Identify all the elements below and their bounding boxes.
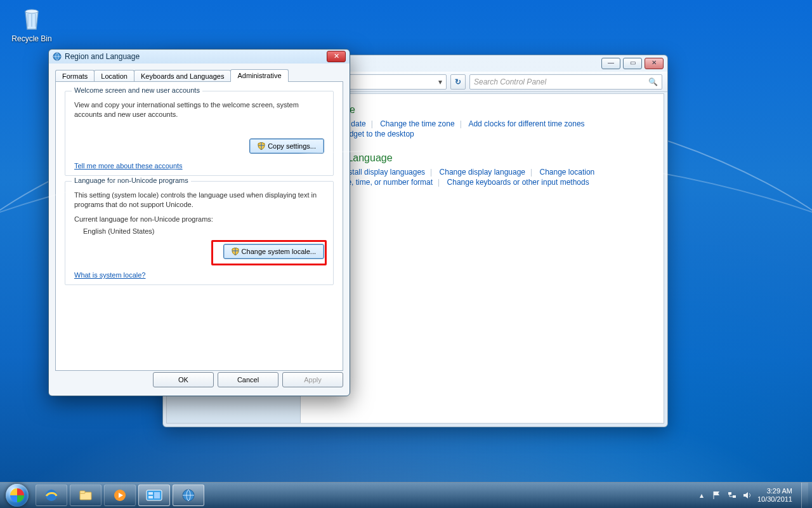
link-install-display-langs[interactable]: tall or uninstall display languages bbox=[313, 168, 425, 177]
cp-main: and Time e time and date| Change the tim… bbox=[301, 94, 664, 423]
svg-rect-11 bbox=[728, 492, 731, 495]
section-region-language-header: on and Language bbox=[313, 152, 651, 164]
system-tray: ▴ 3:29 AM 10/30/2011 bbox=[697, 483, 808, 508]
current-locale-value: English (United States) bbox=[83, 227, 324, 236]
tab-administrative-page: Welcome screen and new user accounts Vie… bbox=[55, 81, 343, 371]
link-tell-me-more[interactable]: Tell me more about these accounts bbox=[74, 162, 183, 170]
svg-point-0 bbox=[25, 10, 38, 13]
show-desktop-button[interactable] bbox=[801, 483, 808, 508]
tray-overflow-icon[interactable]: ▴ bbox=[697, 490, 707, 500]
link-what-is-locale[interactable]: What is system locale? bbox=[74, 271, 145, 279]
group-non-unicode: Language for non-Unicode programs This s… bbox=[65, 181, 334, 285]
link-change-keyboards[interactable]: Change keyboards or other input methods bbox=[447, 178, 589, 187]
windows-orb-icon bbox=[6, 484, 29, 507]
tab-administrative[interactable]: Administrative bbox=[230, 69, 288, 82]
network-icon[interactable] bbox=[727, 490, 737, 500]
volume-icon[interactable] bbox=[742, 490, 752, 500]
cp-maximize-button[interactable]: ▭ bbox=[623, 58, 642, 69]
taskbar-ie[interactable] bbox=[36, 485, 67, 506]
tab-location[interactable]: Location bbox=[94, 70, 134, 82]
region-language-dialog: Region and Language ✕ Formats Location K… bbox=[48, 49, 350, 396]
group-welcome-screen: Welcome screen and new user accounts Vie… bbox=[65, 91, 334, 176]
current-locale-label: Current language for non-Unicode program… bbox=[74, 215, 324, 224]
dialog-titlebar[interactable]: Region and Language ✕ bbox=[49, 50, 350, 64]
recycle-bin-icon bbox=[16, 3, 47, 33]
desktop-icon-recycle-bin[interactable]: Recycle Bin bbox=[8, 3, 56, 43]
change-system-locale-button[interactable]: Change system locale... bbox=[223, 244, 324, 259]
svg-point-10 bbox=[183, 490, 194, 501]
taskbar: ▴ 3:29 AM 10/30/2011 bbox=[0, 482, 812, 508]
taskbar-control-panel[interactable] bbox=[138, 485, 170, 506]
link-change-timezone[interactable]: Change the time zone bbox=[380, 119, 454, 128]
svg-point-5 bbox=[114, 490, 126, 501]
tab-keyboards[interactable]: Keyboards and Languages bbox=[134, 70, 232, 82]
cp-minimize-button[interactable]: — bbox=[601, 58, 620, 69]
copy-settings-label: Copy settings... bbox=[268, 142, 316, 150]
taskbar-region-language[interactable] bbox=[173, 485, 204, 506]
tutorial-highlight bbox=[211, 240, 327, 265]
group-non-unicode-legend: Language for non-Unicode programs bbox=[72, 177, 191, 184]
svg-rect-4 bbox=[80, 491, 85, 493]
svg-rect-12 bbox=[733, 495, 736, 498]
dialog-close-button[interactable]: ✕ bbox=[327, 51, 346, 62]
start-button[interactable] bbox=[0, 483, 34, 508]
clock-date: 10/30/2011 bbox=[757, 495, 792, 504]
taskbar-explorer[interactable] bbox=[70, 485, 102, 506]
taskbar-media-player[interactable] bbox=[104, 485, 136, 506]
recycle-bin-label: Recycle Bin bbox=[8, 34, 56, 43]
copy-settings-button[interactable]: Copy settings... bbox=[249, 138, 324, 154]
dialog-title: Region and Language bbox=[65, 52, 140, 61]
link-add-clocks[interactable]: Add clocks for different time zones bbox=[468, 119, 584, 128]
svg-point-2 bbox=[46, 490, 57, 501]
shield-icon bbox=[232, 248, 239, 255]
cp-search-field[interactable]: Search Control Panel 🔍 bbox=[469, 74, 662, 90]
svg-rect-6 bbox=[147, 490, 162, 500]
group-welcome-legend: Welcome screen and new user accounts bbox=[72, 86, 202, 94]
section-date-time-header: and Time bbox=[313, 104, 651, 116]
link-change-display-lang[interactable]: Change display language bbox=[440, 168, 525, 177]
flag-icon[interactable] bbox=[712, 490, 722, 500]
clock-time: 3:29 AM bbox=[757, 487, 792, 495]
search-placeholder: Search Control Panel bbox=[474, 77, 546, 86]
dialog-tabs: Formats Location Keyboards and Languages… bbox=[55, 67, 343, 81]
search-icon: 🔍 bbox=[648, 77, 658, 86]
shield-icon bbox=[258, 142, 265, 150]
globe-icon bbox=[53, 52, 62, 61]
welcome-desc: View and copy your international setting… bbox=[74, 100, 324, 119]
link-change-location[interactable]: Change location bbox=[540, 168, 595, 177]
chevron-down-icon[interactable]: ▾ bbox=[438, 77, 442, 86]
svg-rect-8 bbox=[148, 496, 153, 498]
desktop: Recycle Bin — ▭ ✕ , and Region ▾ ↻ Searc… bbox=[0, 0, 812, 508]
taskbar-clock[interactable]: 3:29 AM 10/30/2011 bbox=[757, 487, 792, 503]
apply-button[interactable]: Apply bbox=[282, 372, 343, 387]
svg-rect-7 bbox=[148, 492, 153, 495]
refresh-button[interactable]: ↻ bbox=[450, 74, 466, 90]
dialog-footer: OK Cancel Apply bbox=[55, 370, 343, 389]
svg-rect-3 bbox=[80, 492, 91, 500]
tab-formats[interactable]: Formats bbox=[55, 70, 95, 82]
non-unicode-desc: This setting (system locale) controls th… bbox=[74, 190, 324, 210]
link-change-format[interactable]: ge the date, time, or number format bbox=[313, 178, 433, 187]
change-locale-label: Change system locale... bbox=[242, 248, 316, 255]
cancel-button[interactable]: Cancel bbox=[218, 372, 278, 387]
svg-rect-9 bbox=[154, 492, 160, 498]
ok-button[interactable]: OK bbox=[153, 372, 214, 387]
cp-close-button[interactable]: ✕ bbox=[645, 58, 664, 69]
